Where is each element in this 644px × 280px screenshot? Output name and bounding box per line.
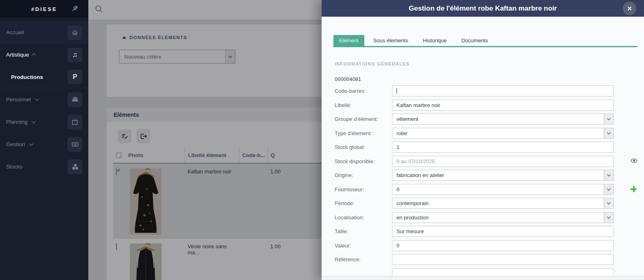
modal-tabs: Elément Sous élements Historique Documen… [333, 35, 637, 47]
fournisseur-select[interactable]: 0 [392, 184, 614, 195]
sidebar-item-label: Accueil [6, 29, 24, 35]
add-fournisseur-button[interactable] [631, 186, 637, 192]
sidebar-item-accueil[interactable]: Accueil [0, 21, 88, 44]
field-label: Stock global: [335, 142, 392, 150]
groupe-element-select[interactable]: vêtement [392, 114, 614, 125]
chevron-down-icon[interactable] [604, 184, 613, 195]
reference-input[interactable] [392, 254, 614, 265]
element-modal: Gestion de l'élément robe Kaftan marbre … [322, 0, 644, 280]
modal-body: INFORMATIONS GÉNÉRALES 000004081 Code-ba… [322, 61, 644, 277]
tab-documents[interactable]: Documents [456, 35, 494, 46]
field-label: Groupe d'élément: [335, 114, 392, 122]
chevron-down-icon[interactable] [604, 170, 613, 180]
chevron-down-icon [32, 119, 36, 123]
sidebar-item-label: Productions [6, 74, 43, 80]
field-label: Origine: [335, 170, 392, 178]
field-label: Valeur: [335, 240, 392, 249]
text-caret [396, 88, 397, 94]
chevron-up-icon [32, 53, 36, 57]
app-logo: #DIESE [31, 6, 57, 12]
sidebar-item-planning[interactable]: Planning [0, 111, 88, 133]
people-icon [68, 92, 82, 107]
field-label: Code-barres: [335, 85, 392, 94]
chevron-down-icon [35, 97, 39, 101]
sidebar-item-stocks[interactable]: Stocks [0, 155, 88, 178]
field-label: Libellé: [335, 100, 392, 108]
sidebar-item-productions[interactable]: Productions P [0, 66, 88, 88]
stock-global-input[interactable]: 1 [392, 142, 614, 153]
logo-bar: #DIESE [0, 0, 88, 18]
close-icon: × [627, 5, 632, 12]
type-element-select[interactable]: robe [392, 128, 614, 139]
localisation-select[interactable]: en production [392, 212, 614, 223]
productions-p-icon: P [68, 70, 82, 84]
chevron-down-icon[interactable] [604, 198, 613, 208]
field-label: Fournisseur: [335, 184, 392, 192]
code-barres-input[interactable] [392, 85, 614, 96]
valeur-input[interactable]: 0 [392, 240, 614, 251]
plus-icon [631, 186, 637, 192]
sidebar-item-label: Planning [6, 119, 28, 125]
field-label: Taille: [335, 226, 392, 234]
sidebar-nav: Accueil Artistique ♫ Productions P Perso… [0, 21, 88, 178]
money-icon [68, 137, 82, 152]
chevron-down-icon[interactable] [604, 114, 613, 124]
field-label: Localisation: [335, 212, 392, 221]
field-label: Période: [335, 198, 392, 206]
sidebar-item-gestion[interactable]: Gestion [0, 133, 88, 155]
element-form: Code-barres: Libellé: Kaftan marbre noir… [335, 85, 644, 277]
origine-select[interactable]: fabrication en atelier [392, 170, 614, 181]
main-content: DONNÉES ÉLÉMENTS Nouveau critère Elément… [88, 0, 322, 280]
chevron-down-icon[interactable] [604, 212, 613, 223]
tab-historique[interactable]: Historique [417, 35, 453, 46]
stock-disponible-input[interactable]: 0 au 07/10/2025 [392, 156, 614, 167]
tab-sous-elements[interactable]: Sous élements [368, 35, 414, 46]
tab-element[interactable]: Elément [333, 35, 364, 46]
chevron-down-icon [29, 142, 33, 146]
modal-dim-overlay [88, 0, 322, 280]
cubes-icon [68, 160, 82, 174]
unpin-sidebar-icon[interactable] [71, 5, 79, 12]
close-button[interactable]: × [623, 2, 636, 15]
sidebar-item-label: Gestion [6, 141, 25, 147]
modal-title: Gestion de l'élément robe Kaftan marbre … [409, 4, 557, 13]
field-label [335, 268, 392, 271]
field-label: Type d'élement: [335, 128, 392, 136]
section-title: INFORMATIONS GÉNÉRALES [335, 61, 644, 66]
modal-header: Gestion de l'élément robe Kaftan marbre … [322, 0, 644, 17]
eye-icon[interactable] [631, 158, 637, 165]
sidebar-item-label: Artistique [6, 52, 29, 58]
sidebar-item-artistique[interactable]: Artistique ♫ [0, 44, 88, 66]
sidebar: #DIESE Accueil Artistique ♫ Productions … [0, 0, 88, 280]
chevron-down-icon[interactable] [604, 128, 613, 138]
periode-select[interactable]: contemporain [392, 198, 614, 209]
libelle-input[interactable]: Kaftan marbre noir [392, 100, 614, 111]
music-note-icon: ♫ [68, 48, 82, 62]
record-id: 000004081 [335, 76, 644, 82]
calendar-icon [68, 115, 82, 129]
sidebar-item-personnel[interactable]: Personnel [0, 88, 88, 111]
sidebar-item-label: Stocks [6, 164, 23, 170]
field-label: Référence: [335, 254, 392, 262]
modal-footer [322, 276, 644, 280]
home-icon [68, 25, 82, 40]
sidebar-item-label: Personnel [6, 96, 31, 103]
taille-input[interactable]: Sur mesure [392, 226, 614, 237]
field-label: Stock disponible: [335, 156, 392, 164]
